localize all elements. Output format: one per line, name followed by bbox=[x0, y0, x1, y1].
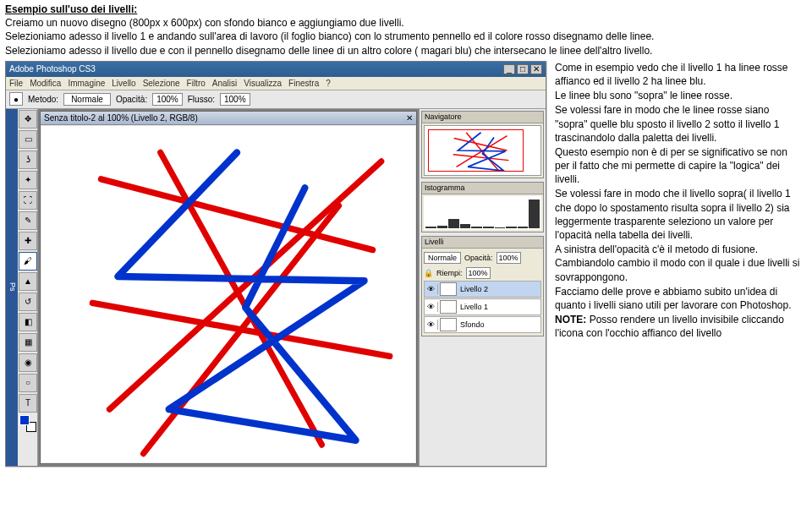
layer-thumb bbox=[440, 282, 457, 296]
side-p7: Facciamo delle prove e abbiamo subito un… bbox=[555, 285, 802, 312]
layers-fill-value[interactable]: 100% bbox=[466, 267, 491, 279]
menu-item[interactable]: Livello bbox=[112, 78, 135, 90]
ps-titlebar: Adobe Photoshop CS3 _ □ ✕ bbox=[6, 62, 546, 77]
side-text-block: Come in esempio vedo che il livello 1 ha… bbox=[555, 61, 807, 342]
drawing-lines-icon bbox=[41, 126, 415, 462]
intro-block: Esempio sull'uso dei livelli: Creiamo un… bbox=[5, 3, 807, 57]
eye-icon[interactable]: 👁 bbox=[425, 320, 438, 330]
blur-tool-icon[interactable]: ◉ bbox=[19, 353, 37, 372]
menu-item[interactable]: Finestra bbox=[288, 78, 319, 90]
side-p1: Come in esempio vedo che il livello 1 ha… bbox=[555, 61, 802, 88]
side-p6: A sinistra dell'opacità c'è il metodo di… bbox=[555, 243, 802, 284]
eraser-tool-icon[interactable]: ◧ bbox=[19, 313, 37, 331]
opt-mode-label: Metodo: bbox=[28, 94, 58, 106]
move-tool-icon[interactable]: ✥ bbox=[19, 110, 37, 129]
note-text: Posso rendere un livello invisibile clic… bbox=[555, 314, 784, 339]
intro-line-3: Selezioniamo adesso il livello due e con… bbox=[5, 44, 807, 57]
history-brush-tool-icon[interactable]: ↺ bbox=[19, 293, 37, 311]
brush-preview-icon[interactable]: ● bbox=[9, 92, 23, 106]
layer-name: Livello 2 bbox=[458, 284, 540, 294]
lock-icon[interactable]: 🔒 bbox=[424, 268, 433, 278]
menu-item[interactable]: Analisi bbox=[212, 78, 237, 90]
opt-opac-label: Opacità: bbox=[116, 94, 147, 106]
ps-tab-icon[interactable]: Ps bbox=[6, 109, 18, 466]
layers-opac-value[interactable]: 100% bbox=[497, 252, 521, 264]
menu-item[interactable]: Modifica bbox=[30, 78, 61, 90]
heal-tool-icon[interactable]: ✚ bbox=[19, 232, 37, 250]
intro-line-2: Selezioniamo adesso il livello 1 e andan… bbox=[5, 30, 807, 43]
close-icon[interactable]: ✕ bbox=[530, 64, 542, 74]
ps-doc-title: Senza titolo-2 al 100% (Livello 2, RGB/8… bbox=[44, 112, 198, 124]
layers-panel: Livelli Normale Opacità: 100% 🔒 Riempi: bbox=[421, 236, 544, 336]
dodge-tool-icon[interactable]: ○ bbox=[19, 374, 37, 392]
color-swatch[interactable] bbox=[19, 415, 36, 432]
doc-close-icon[interactable]: ✕ bbox=[406, 112, 413, 124]
marquee-tool-icon[interactable]: ▭ bbox=[19, 130, 37, 149]
blend-mode-select[interactable]: Normale bbox=[424, 252, 461, 264]
eyedropper-tool-icon[interactable]: ✎ bbox=[19, 211, 37, 230]
lasso-tool-icon[interactable]: ʖ bbox=[19, 150, 37, 169]
opt-flow-label: Flusso: bbox=[188, 94, 215, 106]
intro-line-1: Creiamo un nuovo disegno (800px x 600px)… bbox=[5, 16, 807, 30]
ps-canvas-area: Senza titolo-2 al 100% (Livello 2, RGB/8… bbox=[38, 109, 419, 466]
ps-options-bar: ● Metodo: Normale Opacità: 100% Flusso: … bbox=[6, 90, 546, 109]
maximize-icon[interactable]: □ bbox=[517, 64, 529, 74]
photoshop-window: Adobe Photoshop CS3 _ □ ✕ File Modifica … bbox=[5, 61, 546, 467]
layers-opac-label: Opacità: bbox=[464, 253, 493, 263]
layer-name: Livello 1 bbox=[458, 302, 540, 312]
layer-row[interactable]: 👁 Livello 1 bbox=[424, 298, 541, 315]
menu-item[interactable]: Selezione bbox=[143, 78, 180, 90]
menu-item[interactable]: ? bbox=[326, 78, 331, 90]
ps-toolbox: ✥ ▭ ʖ ✦ ⛶ ✎ ✚ 🖌 ▲ ↺ ◧ ▦ ◉ ○ T bbox=[18, 109, 38, 466]
navigator-tab[interactable]: Navigatore bbox=[425, 112, 462, 122]
layers-fill-label: Riempi: bbox=[436, 268, 463, 278]
ps-menubar: File Modifica Immagine Livello Selezione… bbox=[6, 77, 546, 90]
navigator-thumb[interactable] bbox=[424, 125, 541, 176]
crop-tool-icon[interactable]: ⛶ bbox=[19, 191, 37, 210]
navigator-panel: Navigatore bbox=[421, 111, 544, 178]
layer-row[interactable]: 👁 Sfondo bbox=[424, 316, 541, 333]
layer-thumb bbox=[440, 300, 457, 314]
side-p3: Se volessi fare in modo che le linee ros… bbox=[555, 103, 802, 145]
brush-tool-icon[interactable]: 🖌 bbox=[19, 252, 37, 271]
layers-tab[interactable]: Livelli bbox=[425, 237, 444, 247]
note-label: NOTE: bbox=[555, 314, 586, 325]
histogram-tab[interactable]: Istogramma bbox=[425, 183, 465, 193]
side-p5: Se volessi fare in modo che il livello s… bbox=[555, 187, 802, 242]
side-p4: Questo esempio non è di per se significa… bbox=[555, 145, 802, 187]
histogram-panel: Istogramma bbox=[421, 182, 544, 232]
eye-icon[interactable]: 👁 bbox=[425, 302, 438, 312]
ps-right-panels: Navigatore bbox=[419, 109, 546, 466]
layer-name: Sfondo bbox=[458, 320, 540, 330]
ps-app-title: Adobe Photoshop CS3 bbox=[9, 63, 96, 75]
menu-item[interactable]: File bbox=[9, 78, 23, 90]
photoshop-screenshot: Adobe Photoshop CS3 _ □ ✕ File Modifica … bbox=[5, 61, 546, 467]
opt-flow-value[interactable]: 100% bbox=[220, 93, 250, 107]
opt-mode-value[interactable]: Normale bbox=[63, 93, 111, 107]
layer-thumb bbox=[440, 318, 457, 331]
layer-row[interactable]: 👁 Livello 2 bbox=[424, 281, 541, 298]
side-note: NOTE: Posso rendere un livello invisibil… bbox=[555, 313, 802, 340]
histogram-chart bbox=[424, 196, 541, 230]
minimize-icon[interactable]: _ bbox=[503, 64, 515, 74]
menu-item[interactable]: Immagine bbox=[68, 78, 105, 90]
eye-icon[interactable]: 👁 bbox=[425, 284, 438, 294]
wand-tool-icon[interactable]: ✦ bbox=[19, 171, 37, 189]
type-tool-icon[interactable]: T bbox=[19, 394, 37, 413]
opt-opac-value[interactable]: 100% bbox=[152, 93, 183, 107]
side-p2: Le linee blu sono "sopra" le linee rosse… bbox=[555, 89, 802, 102]
ps-canvas[interactable] bbox=[41, 126, 415, 462]
stamp-tool-icon[interactable]: ▲ bbox=[19, 272, 37, 291]
ps-doc-titlebar: Senza titolo-2 al 100% (Livello 2, RGB/8… bbox=[41, 112, 416, 125]
page-title: Esempio sull'uso dei livelli: bbox=[5, 3, 807, 16]
menu-item[interactable]: Filtro bbox=[187, 78, 206, 90]
menu-item[interactable]: Visualizza bbox=[244, 78, 282, 90]
gradient-tool-icon[interactable]: ▦ bbox=[19, 333, 37, 352]
